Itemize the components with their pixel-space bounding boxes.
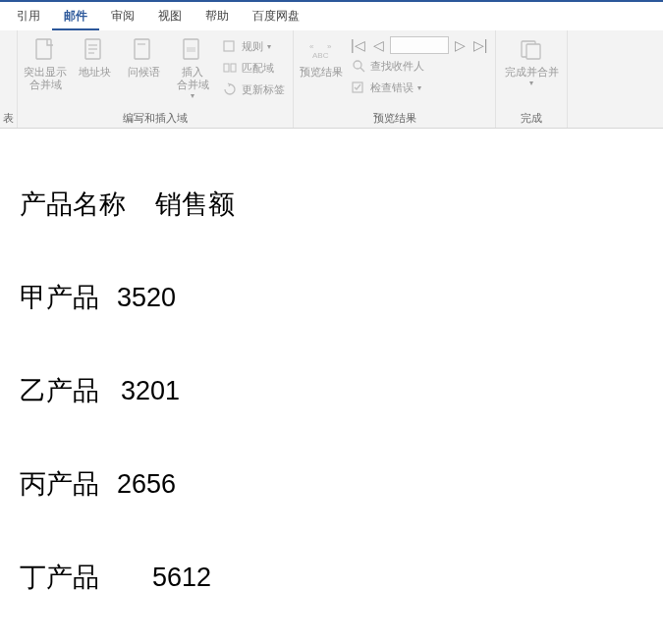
tab-baidu[interactable]: 百度网盘 [241, 2, 311, 30]
record-number-input[interactable] [390, 36, 449, 54]
col-header-sales: 销售额 [155, 189, 235, 219]
chevron-down-icon: ▾ [267, 42, 271, 51]
cell-sales: 3520 [117, 283, 176, 312]
col-header-product: 产品名称 [20, 189, 126, 219]
chevron-down-icon: ▾ [529, 79, 533, 88]
table-row: 甲产品3520 [20, 281, 643, 315]
svg-rect-10 [224, 64, 229, 72]
chevron-down-icon: ▾ [191, 91, 194, 101]
table-header-row: 产品名称销售额 [20, 188, 643, 222]
svg-text:ABC: ABC [312, 51, 329, 60]
address-block-label: 地址块 [79, 66, 111, 79]
check-icon [351, 80, 366, 95]
group-label-write-insert: 编写和插入域 [24, 109, 287, 126]
highlight-merge-field-label: 突出显示 合并域 [24, 66, 67, 91]
document-lines-icon [81, 36, 108, 64]
update-icon [222, 81, 238, 97]
group-label-preview: 预览结果 [300, 109, 489, 126]
tab-view[interactable]: 视图 [146, 2, 193, 30]
group-label-table: 表 [2, 109, 15, 126]
svg-rect-5 [135, 39, 149, 59]
check-errors-button[interactable]: 检查错误 ▾ [349, 78, 489, 97]
last-record-button[interactable]: ▷| [471, 37, 490, 53]
group-label-finish: 完成 [502, 109, 561, 126]
finish-merge-label: 完成并合并 [505, 66, 559, 79]
cell-product: 甲产品 [20, 283, 99, 312]
search-icon [351, 58, 366, 74]
table-row: 丙产品2656 [20, 467, 643, 502]
table-row: 乙产品3201 [20, 374, 643, 408]
first-record-button[interactable]: |◁ [349, 37, 367, 53]
cell-sales: 2656 [117, 469, 176, 499]
svg-rect-19 [526, 44, 540, 59]
svg-text:«: « [309, 42, 314, 51]
svg-rect-11 [231, 64, 236, 72]
finish-merge-button[interactable]: 完成并合并 ▾ [502, 34, 561, 90]
svg-text:»: » [327, 42, 332, 51]
svg-line-16 [360, 68, 364, 72]
cell-product: 乙产品 [20, 376, 99, 405]
rules-label: 规则 [242, 39, 263, 54]
update-labels-label: 更新标签 [242, 82, 285, 97]
table-row: 丁产品5612 [20, 561, 643, 595]
greeting-line-label: 问候语 [128, 66, 160, 79]
address-block-button[interactable]: 地址块 [73, 34, 116, 80]
document-greeting-icon [130, 36, 157, 64]
preview-results-button[interactable]: «»ABC 预览结果 [300, 34, 343, 80]
insert-merge-field-label: 插入 合并域 [177, 66, 209, 91]
document-insert-icon [179, 36, 206, 64]
highlight-merge-field-button[interactable]: 突出显示 合并域 [24, 34, 67, 93]
cell-sales: 3201 [121, 376, 180, 405]
find-recipient-label: 查找收件人 [370, 59, 424, 74]
rules-button[interactable]: 规则 ▾ [220, 36, 287, 56]
cell-sales: 5612 [152, 563, 211, 592]
update-labels-button[interactable]: 更新标签 [220, 80, 287, 99]
finish-icon [518, 36, 545, 64]
tab-help[interactable]: 帮助 [193, 2, 241, 30]
svg-point-15 [354, 61, 361, 69]
document-icon [31, 36, 59, 64]
document-area[interactable]: 产品名称销售额 甲产品3520 乙产品3201 丙产品2656 丁产品5612 [0, 129, 663, 615]
svg-rect-0 [36, 39, 51, 59]
rules-icon [222, 38, 238, 54]
match-fields-label: 匹配域 [242, 61, 274, 76]
prev-record-button[interactable]: ◁ [371, 37, 386, 53]
chevron-down-icon: ▾ [417, 83, 421, 92]
match-fields-button[interactable]: 匹配域 [220, 58, 287, 78]
check-errors-label: 检查错误 [370, 80, 414, 95]
record-navigation: |◁ ◁ ▷ ▷| [349, 36, 489, 54]
preview-results-label: 预览结果 [300, 66, 343, 79]
svg-rect-8 [187, 47, 195, 52]
ribbon-panel: 表 突出显示 合并域 地址块 问候语 [0, 30, 663, 129]
ribbon-tab-bar: 引用 邮件 审阅 视图 帮助 百度网盘 [0, 0, 663, 30]
tab-mail[interactable]: 邮件 [52, 2, 99, 30]
tab-cite[interactable]: 引用 [5, 2, 52, 30]
find-recipient-button[interactable]: 查找收件人 [349, 56, 489, 76]
insert-merge-field-button[interactable]: 插入 合并域 ▾ [171, 34, 214, 103]
tab-review[interactable]: 审阅 [99, 2, 146, 30]
next-record-button[interactable]: ▷ [453, 37, 468, 53]
cell-product: 丙产品 [20, 469, 99, 499]
preview-icon: «»ABC [307, 36, 335, 64]
svg-rect-9 [224, 41, 234, 51]
cell-product: 丁产品 [20, 563, 99, 592]
greeting-line-button[interactable]: 问候语 [122, 34, 165, 80]
match-icon [222, 60, 238, 76]
